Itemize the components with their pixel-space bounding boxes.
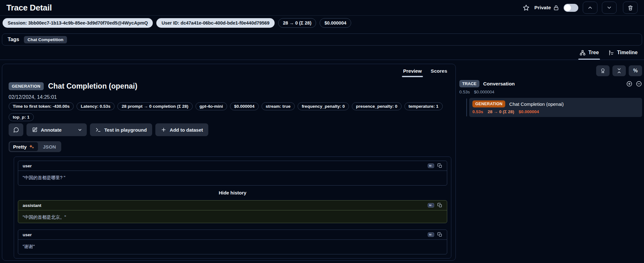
collapse-vertical-icon	[616, 68, 622, 74]
view-tabs: Tree Timeline	[580, 48, 638, 57]
plus-icon	[161, 127, 167, 133]
user-id-badge[interactable]: User ID: dc47a41e-06bc-400d-bde1-f0e440d…	[156, 18, 275, 28]
test-in-playground-button[interactable]: Test in playground	[90, 123, 152, 136]
privacy-label: Private	[534, 5, 551, 11]
privacy-toggle[interactable]	[564, 4, 578, 12]
tree-children: GENERATION Chat Completion (openai) 0.53…	[459, 98, 642, 117]
trace-row-actions	[626, 81, 642, 87]
message-content: "谢谢"	[18, 240, 447, 254]
metrics-row-2: top_p: 1	[9, 113, 443, 121]
message-role: assistant	[23, 203, 41, 208]
trace-badge-row: Session: 3bb00ec7-1b13-4c9b-85ee-3d9d70f…	[3, 18, 641, 28]
trace-metrics: 0.53s $0.000004	[459, 90, 642, 94]
tab-preview[interactable]: Preview	[399, 66, 426, 76]
delete-trace-button[interactable]	[623, 2, 638, 14]
observation-actions: Annotate Test in playground Add to datas…	[9, 123, 208, 136]
message-header-icons: M↓	[428, 203, 442, 208]
tab-tree[interactable]: Tree	[580, 48, 599, 57]
pretty-label: Pretty	[13, 144, 27, 150]
trace-root-row[interactable]: TRACE Conversation	[459, 80, 642, 87]
trace-cost: $0.000004	[474, 90, 494, 94]
award-icon	[600, 68, 606, 74]
observation-type-badge: GENERATION	[9, 82, 44, 90]
collapse-all-button[interactable]	[612, 65, 626, 76]
metric-pill: Latency: 0.53s	[77, 102, 115, 110]
lock-icon	[553, 5, 559, 11]
markdown-icon[interactable]: M↓	[428, 203, 434, 208]
generation-tokens: 28 → 0 (Σ 28)	[488, 109, 514, 114]
tab-tree-label: Tree	[588, 50, 599, 55]
observation-panel: Preview Scores GENERATION Chat Completio…	[2, 64, 456, 261]
message-header-icons: M↓	[428, 163, 442, 168]
metric-pill: gpt-4o-mini	[196, 102, 227, 110]
json-label: JSON	[43, 144, 56, 150]
chevron-down-icon	[78, 128, 82, 132]
previous-trace-button[interactable]	[583, 2, 597, 14]
message-content: "中国的首都是北京。"	[18, 210, 447, 224]
playground-label: Test in playground	[104, 127, 147, 133]
sparkles-icon	[29, 144, 34, 150]
annotate-button[interactable]: Annotate	[26, 127, 66, 133]
tree-item-header: GENERATION Chat Completion (openai)	[472, 100, 639, 107]
trace-title: Conversation	[483, 81, 515, 87]
tree-toolbar: %	[459, 64, 642, 76]
tab-timeline[interactable]: Timeline	[608, 48, 638, 57]
header-actions: Private	[522, 2, 638, 14]
top-header: Trace Detail Private	[0, 0, 644, 16]
generation-type-badge: GENERATION	[472, 100, 505, 107]
hide-history-button[interactable]: Hide history	[18, 190, 447, 196]
copy-icon[interactable]	[437, 203, 442, 208]
scores-toggle-button[interactable]	[596, 65, 610, 76]
messages-container: user M↓ "中国的首都是哪里? " Hide history assist…	[14, 157, 451, 259]
copy-icon[interactable]	[437, 163, 442, 168]
observation-metrics: Time to first token: -430.00s Latency: 0…	[9, 102, 443, 121]
message-header: user M↓	[18, 230, 447, 240]
comment-button[interactable]	[9, 123, 23, 136]
expand-circle-icon[interactable]	[626, 81, 633, 87]
tree-icon	[580, 50, 586, 56]
annotate-split-button: Annotate	[26, 123, 87, 136]
trash-icon	[627, 5, 633, 11]
session-badge[interactable]: Session: 3bb00ec7-1b13-4c9b-85ee-3d9d70f…	[3, 18, 153, 28]
page-title: Trace Detail	[6, 3, 52, 13]
tree-guide-line	[466, 99, 467, 116]
chat-bubble-icon	[13, 127, 19, 133]
pretty-toggle[interactable]: Pretty	[10, 142, 38, 151]
metric-pill: $0.000004	[230, 102, 259, 110]
tag-chip[interactable]: Chat Competition	[24, 36, 67, 43]
toggle-knob	[564, 4, 571, 11]
copy-icon[interactable]	[437, 232, 442, 237]
metric-pill: stream: true	[262, 102, 295, 110]
metrics-toggle-button[interactable]: %	[629, 65, 642, 76]
metric-pill: 28 prompt → 0 completion (Σ 28)	[117, 102, 192, 110]
chevron-up-icon	[587, 5, 593, 11]
message-role: user	[23, 232, 32, 237]
annotate-label: Annotate	[41, 127, 62, 133]
annotate-dropdown-button[interactable]	[73, 128, 87, 132]
tree-item-generation[interactable]: GENERATION Chat Completion (openai) 0.53…	[469, 98, 642, 117]
markdown-icon[interactable]: M↓	[428, 232, 434, 237]
trace-type-badge: TRACE	[459, 80, 479, 87]
tags-label: Tags	[8, 37, 19, 42]
terminal-icon	[95, 127, 101, 133]
format-toggle: Pretty JSON	[9, 141, 61, 152]
observation-timestamp: 02/12/2024, 14:25:01	[9, 94, 57, 100]
privacy-control: Private	[534, 5, 559, 11]
star-icon[interactable]	[522, 4, 530, 11]
metrics-row-1: Time to first token: -430.00s Latency: 0…	[9, 102, 443, 110]
add-to-dataset-button[interactable]: Add to dataset	[155, 123, 208, 136]
message-role: user	[23, 164, 32, 168]
json-toggle[interactable]: JSON	[39, 142, 61, 151]
markdown-icon[interactable]: M↓	[428, 164, 434, 168]
edit-icon	[32, 127, 38, 133]
collapse-circle-icon[interactable]	[636, 81, 642, 87]
cost-badge: $0.000004	[320, 18, 351, 28]
metric-pill: presence_penalty: 0	[352, 102, 402, 110]
next-trace-button[interactable]	[602, 2, 617, 14]
tab-timeline-label: Timeline	[617, 50, 638, 55]
trace-latency: 0.53s	[459, 90, 470, 94]
message-content: "中国的首都是哪里? "	[18, 171, 447, 185]
generation-title: Chat Completion (openai)	[509, 101, 564, 107]
observation-header: GENERATION Chat Completion (openai)	[9, 82, 137, 91]
tab-scores[interactable]: Scores	[427, 66, 451, 76]
